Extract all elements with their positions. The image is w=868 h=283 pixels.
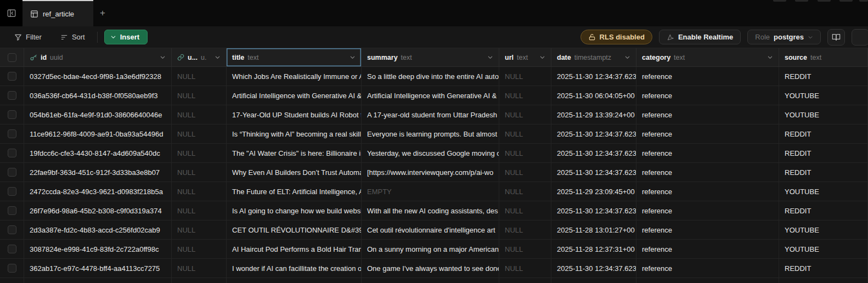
cell-source[interactable]: REDDIT <box>779 124 868 143</box>
cell-id[interactable]: 19fdcc6c-cfe3-4430-8147-a4d609a540dc <box>24 144 172 162</box>
cell-fk[interactable]: NULL <box>172 220 227 239</box>
cell-source[interactable]: REDDIT <box>779 201 868 220</box>
row-checkbox[interactable] <box>8 245 16 253</box>
cell-summary[interactable] <box>362 278 499 283</box>
cell-url[interactable]: NULL <box>499 220 551 239</box>
cell-url[interactable]: NULL <box>499 144 551 162</box>
column-header-fk[interactable]: u...u. <box>172 48 227 66</box>
cell-title[interactable]: AI Haircut Pod Performs a Bold Hair Tran… <box>227 240 362 258</box>
cell-url[interactable]: NULL <box>499 67 551 86</box>
cell-source[interactable]: YOUTUBE <box>779 220 868 239</box>
cell-date[interactable] <box>551 278 636 283</box>
cell-id[interactable]: 0327d5ec-bdae-4ecd-9f98-1a3e6df92328 <box>24 67 172 86</box>
chevron-down-icon[interactable] <box>624 54 630 60</box>
chevron-down-icon[interactable] <box>215 54 221 60</box>
cell-date[interactable]: 2025-11-28 13:01:27+00 <box>551 220 636 239</box>
row-checkbox[interactable] <box>8 206 16 215</box>
cell-source[interactable]: REDDIT <box>779 259 868 278</box>
tab-ref-article[interactable]: ref_article <box>22 0 93 26</box>
rls-disabled-badge[interactable]: RLS disabled <box>580 30 652 44</box>
row-checkbox[interactable] <box>8 264 16 273</box>
cell-id[interactable]: 26f7e96d-98a6-45b2-b308-c9f0d319a374 <box>24 201 172 220</box>
cell-url[interactable]: NULL <box>499 163 551 182</box>
cell-title[interactable]: CET OUTIL RÉVOLUTIONNAIRE D&#39;I <box>227 220 362 239</box>
row-checkbox[interactable] <box>8 72 16 81</box>
cell-category[interactable]: reference <box>636 201 779 220</box>
cell-id[interactable]: 2d3a387e-fd2c-4b83-accd-c256fd02cab9 <box>24 220 172 239</box>
cell-fk[interactable]: NULL <box>172 105 227 124</box>
column-header-source[interactable]: sourcetext <box>779 48 868 66</box>
row-checkbox[interactable] <box>8 91 16 100</box>
row-checkbox[interactable] <box>8 110 16 119</box>
cell-title[interactable] <box>227 278 362 283</box>
new-tab-button[interactable]: + <box>93 0 112 26</box>
cell-category[interactable]: reference <box>636 182 779 201</box>
cell-summary[interactable]: A 17-year-old student from Uttar Pradesh <box>362 105 499 124</box>
cell-summary[interactable]: On a sunny morning on a major American <box>362 240 499 258</box>
cell-url[interactable]: NULL <box>499 201 551 220</box>
cell-summary[interactable]: With all the new AI coding assistants, d… <box>362 201 499 220</box>
cell-url[interactable]: NULL <box>499 124 551 143</box>
cell-date[interactable]: 2025-11-30 12:34:37.623+ <box>551 67 636 86</box>
cell-id[interactable]: 054b61eb-61fa-4e9f-91d0-38606640046e <box>24 105 172 124</box>
cell-summary[interactable]: So a little deep dive into the entire AI… <box>362 67 499 86</box>
cell-date[interactable]: 2025-11-30 12:34:37.623+ <box>551 144 636 162</box>
cell-fk[interactable]: NULL <box>172 124 227 143</box>
cell-fk[interactable] <box>172 278 227 283</box>
cell-title[interactable]: Why Even AI Builders Don’t Trust Automa <box>227 163 362 182</box>
cell-fk[interactable]: NULL <box>172 67 227 86</box>
cell-source[interactable]: YOUTUBE <box>779 240 868 258</box>
cell-url[interactable]: NULL <box>499 259 551 278</box>
cell-source[interactable]: REDDIT <box>779 163 868 182</box>
cell-title[interactable]: Is AI going to change how we build websi <box>227 201 362 220</box>
api-docs-button[interactable] <box>827 29 845 46</box>
cell-url[interactable]: NULL <box>499 86 551 105</box>
cell-fk[interactable]: NULL <box>172 144 227 162</box>
cell-date[interactable]: 2025-11-30 12:34:37.623+ <box>551 201 636 220</box>
cell-title[interactable]: The Future of ELT: Artificial Intelligen… <box>227 182 362 201</box>
cell-summary[interactable]: Artificial Intelligence with Generative … <box>362 86 499 105</box>
filter-button[interactable]: Filter <box>9 30 47 44</box>
role-selector[interactable]: Role postgres <box>747 30 821 44</box>
cell-category[interactable]: reference <box>636 259 779 278</box>
cell-url[interactable]: NULL <box>499 182 551 201</box>
cell-category[interactable]: reference <box>636 240 779 258</box>
column-header-title[interactable]: titletext <box>227 48 362 66</box>
chevron-down-icon[interactable] <box>767 54 773 60</box>
cell-id[interactable]: 036a536f-cb64-431d-b38f-0f0580aeb9f3 <box>24 86 172 105</box>
row-checkbox[interactable] <box>8 225 16 234</box>
cell-url[interactable] <box>499 278 551 283</box>
row-checkbox[interactable] <box>8 129 16 138</box>
cell-category[interactable] <box>636 278 779 283</box>
cell-title[interactable]: Which Jobs Are Realistically Immune or A <box>227 67 362 86</box>
cell-category[interactable]: reference <box>636 86 779 105</box>
row-checkbox[interactable] <box>8 149 16 157</box>
cell-fk[interactable]: NULL <box>172 201 227 220</box>
cell-title[interactable]: I wonder if AI can facillitate the creat… <box>227 259 362 278</box>
chevron-down-icon[interactable] <box>539 54 545 60</box>
cell-fk[interactable]: NULL <box>172 163 227 182</box>
cell-title[interactable]: Artificial Intelligence with Generative … <box>227 86 362 105</box>
cell-title[interactable]: Is “Thinking with AI” becoming a real sk… <box>227 124 362 143</box>
cell-id[interactable]: 2472ccda-82e3-49c3-9621-d0983f218b5a <box>24 182 172 201</box>
cell-summary[interactable]: [https://www.interviewquery.com/p/ai-wo <box>362 163 499 182</box>
clipped-right-button[interactable] <box>852 29 868 46</box>
cell-summary[interactable]: One game I've always wanted to see done <box>362 259 499 278</box>
column-header-category[interactable]: categorytext <box>636 48 779 66</box>
cell-source[interactable]: REDDIT <box>779 67 868 86</box>
insert-button[interactable]: Insert <box>104 30 148 44</box>
cell-fk[interactable]: NULL <box>172 182 227 201</box>
cell-summary[interactable]: Cet outil révolutionnaire d'intelligence… <box>362 220 499 239</box>
row-checkbox[interactable] <box>8 168 16 177</box>
cell-category[interactable]: reference <box>636 220 779 239</box>
cell-url[interactable]: NULL <box>499 240 551 258</box>
cell-fk[interactable]: NULL <box>172 86 227 105</box>
cell-id[interactable]: 22fae9bf-363d-451c-912f-3d33ba3e8b07 <box>24 163 172 182</box>
column-header-url[interactable]: urltext <box>499 48 551 66</box>
cell-title[interactable]: 17-Year-Old UP Student builds AI Robot t… <box>227 105 362 124</box>
cell-id[interactable]: 11ce9612-96f8-4009-ae91-0ba93a54496d <box>24 124 172 143</box>
enable-realtime-button[interactable]: Enable Realtime <box>659 30 741 44</box>
cell-fk[interactable]: NULL <box>172 240 227 258</box>
cell-fk[interactable]: NULL <box>172 259 227 278</box>
cell-date[interactable]: 2025-11-29 13:39:24+00 <box>551 105 636 124</box>
